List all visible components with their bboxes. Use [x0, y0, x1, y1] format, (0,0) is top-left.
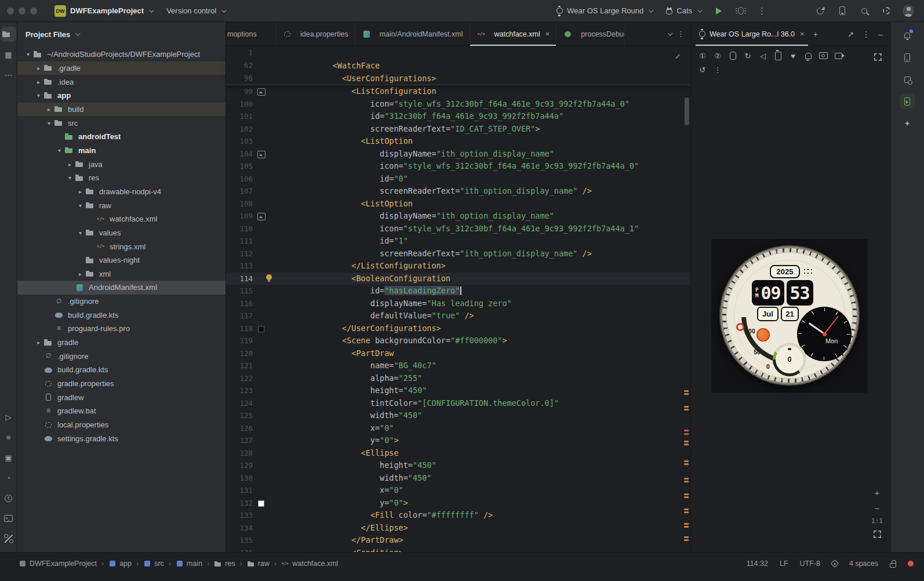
tree-chevron-icon[interactable]	[34, 339, 43, 346]
back-icon[interactable]: ◁	[756, 49, 770, 63]
code-line[interactable]: 110 id="1"	[226, 223, 690, 235]
code-line[interactable]: 134 </PartDraw>	[226, 522, 690, 535]
more-options-icon[interactable]: ⋮	[711, 63, 725, 77]
stripe-mark[interactable]	[684, 406, 689, 408]
code-line[interactable]: 136 <Expressions>	[226, 547, 690, 553]
tree-item[interactable]: raw	[17, 198, 225, 212]
code-editor[interactable]: 99 icon="style_wfs_312c30bf_f64a_461e_9c…	[226, 85, 690, 552]
tree-item[interactable]: local.properties	[17, 418, 225, 432]
wear-button-2-icon[interactable]: ②	[711, 49, 725, 63]
stripe-mark[interactable]	[684, 511, 689, 513]
gutter-icon[interactable]	[256, 322, 267, 335]
build-tool-button[interactable]: ▣	[1, 450, 16, 465]
gutter-icon[interactable]	[256, 273, 267, 285]
gutter-icon[interactable]	[256, 85, 267, 98]
tilt-icon[interactable]: ↻	[741, 49, 755, 63]
tree-item[interactable]: drawable-nodpi-v4	[17, 185, 225, 199]
gutter-icon[interactable]	[256, 185, 267, 198]
palm-icon[interactable]	[726, 49, 740, 63]
tree-item[interactable]: strings.xml	[17, 239, 225, 253]
editor-tab[interactable]: processDebug	[556, 22, 625, 46]
breadcrumb-item[interactable]: watchface.xml	[281, 560, 338, 568]
tree-chevron-icon[interactable]	[34, 65, 43, 71]
gutter-icon[interactable]	[256, 397, 267, 410]
code-line[interactable]: 119 <PartDraw	[226, 335, 690, 347]
code-line[interactable]: 103 displayName="ith_option_display_name…	[226, 135, 690, 148]
add-device-tab-button[interactable]: +	[810, 28, 821, 40]
close-device-tab-icon[interactable]: ×	[800, 30, 805, 38]
code-line[interactable]: 109 icon="style_wfs_312c30bf_f64a_461e_9…	[226, 210, 690, 223]
code-line[interactable]: 112 </ListConfiguration>	[226, 248, 690, 260]
stripe-mark[interactable]	[684, 481, 689, 482]
stripe-mark[interactable]	[684, 523, 689, 525]
tree-item[interactable]: xml	[17, 267, 225, 281]
code-line[interactable]: 113 <BooleanConfiguration	[226, 260, 690, 273]
stripe-mark[interactable]	[684, 478, 689, 480]
device-manager-tool-button[interactable]	[900, 50, 915, 65]
tree-item[interactable]: .idea	[17, 75, 225, 89]
more-tool-windows-button[interactable]: ⋯	[1, 67, 16, 82]
code-line[interactable]: 120 name="BG_40c7"	[226, 347, 690, 360]
stripe-mark[interactable]	[684, 460, 689, 462]
gutter-icon[interactable]	[256, 547, 267, 553]
tree-item[interactable]: values-night	[17, 253, 225, 267]
stripe-mark[interactable]	[684, 390, 689, 392]
error-indicator[interactable]	[908, 561, 914, 567]
editor-tab[interactable]: main/AndroidManifest.xml	[355, 22, 470, 46]
editor-tab[interactable]: watchface.xml ×	[470, 22, 557, 46]
code-line[interactable]: 131 y="0">	[226, 484, 690, 497]
device-screen[interactable]: 2025 P M 09 53	[711, 239, 868, 393]
tree-chevron-icon[interactable]	[44, 120, 54, 126]
zoom-reset-button[interactable]: 1:1	[871, 517, 883, 525]
gutter-icon[interactable]	[256, 210, 267, 223]
screenshot-icon[interactable]	[816, 49, 830, 63]
tree-item[interactable]: ~/AndroidStudioProjects/DWFExampleProjec…	[17, 48, 225, 61]
breadcrumb-item[interactable]: app	[108, 560, 143, 568]
tree-chevron-icon[interactable]	[75, 202, 85, 209]
breadcrumb-item[interactable]: main	[176, 560, 214, 568]
code-line[interactable]: 129 width="450"	[226, 459, 690, 472]
tree-item[interactable]: .gitignore	[17, 349, 225, 363]
logcat-tool-button[interactable]: ≡	[1, 430, 16, 445]
gutter-icon[interactable]	[256, 235, 267, 248]
breadcrumb-item[interactable]: src	[143, 560, 176, 568]
screen-record-icon[interactable]	[831, 49, 845, 63]
stripe-mark[interactable]	[684, 496, 689, 498]
cursor-position[interactable]: 114:32	[747, 560, 768, 568]
version-control-menu[interactable]: Version control	[162, 4, 230, 17]
version-control-tool-button[interactable]	[1, 531, 16, 546]
code-line[interactable]: 107 <ListOption	[226, 185, 690, 198]
tree-item[interactable]: gradle.properties	[17, 377, 225, 391]
gutter-icon[interactable]	[256, 248, 267, 260]
code-line[interactable]: 135 <Condition>	[226, 534, 690, 547]
code-line[interactable]: 125 x="0"	[226, 409, 690, 422]
gutter-icon[interactable]	[256, 360, 267, 372]
code-line[interactable]: 116 defaultValue="true" />	[226, 297, 690, 310]
gutter-icon[interactable]	[256, 135, 267, 148]
code-line[interactable]: 104 icon="style_wfs_312c30bf_f64a_461e_9…	[226, 148, 690, 161]
gutter-icon[interactable]	[256, 335, 267, 347]
battery-icon[interactable]	[771, 49, 785, 63]
project-files-header[interactable]: Project Files	[17, 22, 225, 46]
run-configuration-selector[interactable]: Cats	[661, 4, 705, 17]
tree-item[interactable]: gradlew	[17, 390, 225, 404]
tree-chevron-icon[interactable]	[54, 147, 64, 154]
highlighting-level-icon[interactable]	[831, 560, 839, 568]
tree-item[interactable]: values	[17, 226, 225, 240]
tree-chevron-icon[interactable]	[34, 79, 43, 85]
gutter-icon[interactable]	[256, 260, 267, 273]
inspections-ok-icon[interactable]: ✓	[675, 52, 681, 61]
gutter-icon[interactable]	[256, 148, 267, 161]
gutter-icon[interactable]	[256, 310, 267, 322]
notifications-button[interactable]	[900, 28, 915, 43]
stripe-mark[interactable]	[684, 441, 689, 442]
code-line[interactable]: 101 screenReaderText="ID_CAT_STEP_OVER">	[226, 110, 690, 123]
stripe-mark[interactable]	[684, 539, 689, 541]
stripe-mark[interactable]	[684, 393, 689, 395]
gutter-icon[interactable]	[256, 285, 267, 297]
tree-item[interactable]: watchface.xml	[17, 212, 225, 226]
code-line[interactable]: 118 <Scene backgroundColor="#ff000000">	[226, 322, 690, 335]
wear-button-1-icon[interactable]: ①	[696, 49, 710, 63]
code-line[interactable]: 128 height="450"	[226, 447, 690, 460]
tab-close-icon[interactable]: ×	[545, 30, 550, 38]
